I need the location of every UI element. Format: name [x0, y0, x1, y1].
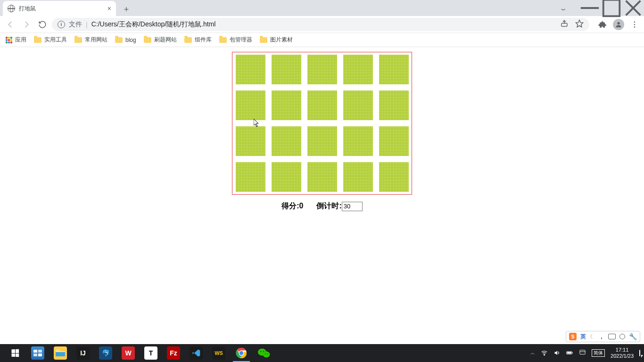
countdown-input[interactable] — [342, 202, 363, 211]
taskbar-taskview[interactable] — [26, 344, 49, 362]
folder-icon — [74, 37, 82, 43]
game-cell[interactable] — [307, 126, 337, 156]
score-block: 得分:0 — [281, 201, 303, 211]
taskbar-webstorm[interactable]: WS — [207, 344, 230, 362]
bookmark-folder-0[interactable]: 实用工具 — [34, 36, 67, 44]
game-cell[interactable] — [379, 162, 409, 192]
svg-rect-1 — [603, 0, 620, 16]
svg-point-7 — [634, 21, 636, 23]
taskbar-file-explorer[interactable] — [49, 344, 72, 362]
window-controls: ⌄ — [553, 2, 644, 14]
game-cell[interactable] — [379, 126, 409, 156]
tab-close-icon[interactable]: × — [107, 5, 111, 12]
tab-strip: 打地鼠 × + ⌄ — [0, 0, 644, 16]
game-cell[interactable] — [307, 55, 337, 84]
address-separator: | — [86, 21, 88, 28]
svg-rect-30 — [580, 350, 585, 354]
bookmark-folder-5[interactable]: 包管理器 — [219, 36, 252, 44]
address-path: C:/Users/王会称/Desktop/随机/打地鼠.html — [91, 20, 216, 29]
game-cell[interactable] — [272, 126, 301, 156]
browser-tab[interactable]: 打地鼠 × — [3, 1, 116, 16]
bookmark-apps[interactable]: 应用 — [6, 36, 26, 44]
bookmark-folder-3[interactable]: 刷题网站 — [144, 36, 177, 44]
game-cell[interactable] — [236, 55, 265, 84]
bookmark-label: 图片素材 — [270, 36, 293, 44]
game-cell[interactable] — [343, 126, 373, 156]
game-cell[interactable] — [272, 162, 301, 192]
share-icon[interactable] — [560, 19, 569, 29]
address-bar[interactable]: i 文件 | C:/Users/王会称/Desktop/随机/打地鼠.html — [52, 18, 589, 31]
new-tab-button[interactable]: + — [120, 3, 133, 16]
forward-button[interactable] — [20, 18, 33, 31]
battery-icon[interactable] — [566, 349, 573, 357]
action-center-alt-icon[interactable] — [579, 349, 586, 357]
bookmarks-bar: 应用 实用工具 常用网站 blog 刷题网站 组件库 包管理器 图片素材 — [0, 33, 644, 47]
svg-point-19 — [239, 351, 243, 355]
game-cell[interactable] — [307, 162, 337, 192]
bookmark-label: 组件库 — [195, 36, 212, 44]
profile-avatar[interactable] — [613, 19, 624, 30]
svg-point-23 — [263, 351, 264, 352]
taskbar-chrome[interactable] — [230, 344, 253, 362]
browser-toolbar: i 文件 | C:/Users/王会称/Desktop/随机/打地鼠.html — [0, 16, 644, 33]
volume-icon[interactable] — [553, 349, 561, 357]
tab-search-button[interactable]: ⌄ — [546, 2, 581, 14]
game-cell[interactable] — [272, 55, 301, 84]
game-cell[interactable] — [343, 55, 373, 84]
bookmark-star-icon[interactable] — [575, 19, 584, 29]
tray-overflow-icon[interactable]: ︿ — [530, 350, 535, 356]
site-info-icon[interactable]: i — [58, 21, 65, 28]
user-icon[interactable] — [619, 334, 625, 339]
game-cell[interactable] — [379, 55, 409, 84]
game-cell[interactable] — [307, 90, 337, 120]
extensions-icon[interactable] — [597, 19, 608, 30]
start-button[interactable] — [4, 344, 26, 362]
folder-icon — [34, 37, 41, 43]
moon-icon[interactable]: ☾ — [590, 333, 595, 340]
taskbar-vscode[interactable] — [185, 344, 207, 362]
countdown-block: 倒计时: — [316, 201, 362, 211]
svg-rect-16 — [56, 352, 65, 356]
wifi-icon[interactable] — [541, 349, 548, 357]
taskbar-dolphin[interactable]: 🐬 — [94, 344, 117, 362]
taskbar-filezilla[interactable]: Fz — [162, 344, 185, 362]
bookmark-label: 实用工具 — [44, 36, 67, 44]
action-center-icon[interactable] — [639, 350, 640, 356]
chrome-menu-icon[interactable] — [629, 19, 640, 30]
game-cell[interactable] — [272, 90, 301, 120]
taskbar-wechat[interactable] — [253, 344, 275, 362]
bookmark-folder-1[interactable]: 常用网站 — [74, 36, 107, 44]
folder-icon — [219, 37, 227, 43]
svg-point-26 — [544, 354, 545, 355]
taskbar-typora[interactable]: T — [140, 344, 162, 362]
sogou-lang[interactable]: 英 — [580, 333, 586, 341]
taskbar-wps[interactable]: W — [117, 344, 140, 362]
comma-icon[interactable]: ， — [599, 333, 604, 341]
bookmark-label: 包管理器 — [230, 36, 252, 44]
svg-point-22 — [260, 351, 261, 352]
window-minimize-button[interactable] — [579, 2, 601, 14]
game-cell[interactable] — [379, 90, 409, 120]
game-cell[interactable] — [236, 90, 265, 120]
game-cell[interactable] — [343, 90, 373, 120]
svg-rect-28 — [567, 352, 571, 353]
bookmark-folder-4[interactable]: 组件库 — [184, 36, 212, 44]
game-cell[interactable] — [236, 162, 265, 192]
taskbar-clock[interactable]: 17:11 2022/1/23 — [611, 347, 634, 359]
game-cell[interactable] — [343, 162, 373, 192]
window-maximize-button[interactable] — [601, 2, 622, 14]
bookmark-label: blog — [125, 37, 136, 43]
bookmark-folder-2[interactable]: blog — [115, 37, 136, 43]
keyboard-icon[interactable] — [608, 334, 616, 339]
bookmark-folder-6[interactable]: 图片素材 — [260, 36, 293, 44]
game-cell[interactable] — [236, 126, 265, 156]
sogou-ime-bar[interactable]: S 英 ☾ ， 🔧 — [566, 331, 640, 342]
svg-point-21 — [263, 352, 270, 358]
wrench-icon[interactable]: 🔧 — [629, 333, 637, 340]
ime-indicator[interactable]: 简体 — [592, 349, 605, 357]
svg-point-8 — [634, 24, 636, 25]
window-close-button[interactable] — [622, 2, 644, 14]
taskbar-intellij[interactable]: IJ — [72, 344, 94, 362]
back-button[interactable] — [4, 18, 17, 31]
reload-button[interactable] — [36, 18, 49, 31]
